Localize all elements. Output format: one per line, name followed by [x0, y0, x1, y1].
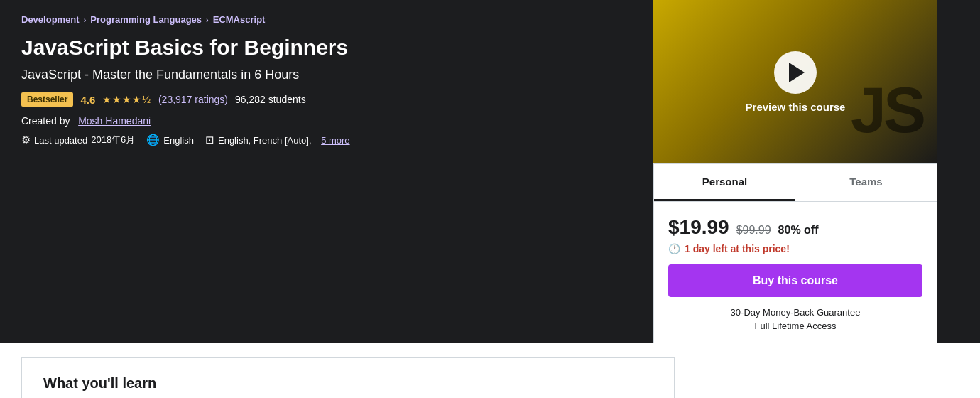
last-updated-label: Last updated	[34, 135, 87, 146]
rating-row: Bestseller 4.6 ★★★★½ (23,917 ratings) 96…	[21, 92, 632, 107]
clock-icon: 🕐	[668, 243, 680, 254]
students-count: 96,282 students	[235, 94, 306, 105]
lifetime-row: Full Lifetime Access	[668, 321, 922, 331]
purchase-panel: Personal Teams $19.99 $99.99 80% off 🕐 1…	[653, 163, 937, 343]
bottom-section: What you'll learn ✓ Understand the funda…	[0, 343, 980, 398]
tab-personal[interactable]: Personal	[654, 164, 795, 201]
settings-icon: ⚙	[21, 134, 31, 146]
breadcrumb-dev[interactable]: Development	[21, 14, 80, 25]
stars: ★★★★½	[102, 94, 151, 105]
course-info: Development › Programming Languages › EC…	[0, 0, 653, 343]
rating-score: 4.6	[80, 94, 95, 106]
breadcrumb-prog[interactable]: Programming Languages	[90, 14, 202, 25]
last-updated-meta: ⚙ Last updated 2018年6月	[21, 134, 135, 146]
discount-text: 80% off	[778, 224, 819, 237]
js-bg-text: JS	[851, 78, 923, 142]
urgency-text: 1 day left at this price!	[685, 243, 790, 254]
globe-icon: 🌐	[146, 134, 160, 146]
creator-row: Created by Mosh Hamedani	[21, 115, 632, 127]
rating-count[interactable]: (23,917 ratings)	[158, 94, 228, 105]
price-row: $19.99 $99.99 80% off	[668, 216, 922, 239]
cc-icon: ⊡	[205, 134, 214, 146]
play-triangle-icon	[789, 63, 805, 82]
guarantee-row: 30-Day Money-Back Guarantee	[668, 307, 922, 318]
breadcrumb-sep1: ›	[84, 16, 87, 24]
breadcrumb-ecma[interactable]: ECMAscript	[213, 14, 266, 25]
learn-title: What you'll learn	[43, 375, 653, 392]
language-value: English	[163, 135, 194, 146]
captions-meta: ⊡ English, French [Auto], 5 more	[205, 134, 350, 146]
current-price: $19.99	[668, 216, 729, 239]
creator-link[interactable]: Mosh Hamedani	[78, 115, 151, 127]
course-title: JavaScript Basics for Beginners	[21, 35, 632, 60]
plan-tabs: Personal Teams	[654, 164, 937, 202]
preview-panel: JS Preview this course Personal Teams $1…	[653, 0, 937, 343]
course-subtitle: JavaScript - Master the Fundamentals in …	[21, 68, 632, 82]
learn-section: What you'll learn ✓ Understand the funda…	[21, 357, 675, 398]
captions-text: English, French [Auto],	[218, 135, 312, 146]
original-price: $99.99	[736, 224, 771, 237]
breadcrumb-sep2: ›	[206, 16, 209, 24]
video-preview[interactable]: JS Preview this course	[653, 0, 937, 163]
creator-label: Created by	[21, 115, 70, 127]
play-button[interactable]	[774, 51, 817, 94]
purchase-content: $19.99 $99.99 80% off 🕐 1 day left at th…	[654, 202, 937, 343]
last-updated-value: 2018年6月	[91, 134, 135, 146]
language-meta: 🌐 English	[146, 134, 194, 146]
breadcrumb: Development › Programming Languages › EC…	[21, 14, 632, 25]
preview-label: Preview this course	[746, 101, 846, 113]
captions-more[interactable]: 5 more	[321, 135, 349, 146]
buy-button[interactable]: Buy this course	[668, 264, 922, 297]
urgency-row: 🕐 1 day left at this price!	[668, 243, 922, 254]
tab-teams[interactable]: Teams	[795, 164, 937, 201]
top-section: Development › Programming Languages › EC…	[0, 0, 980, 343]
meta-row: ⚙ Last updated 2018年6月 🌐 English ⊡ Engli…	[21, 134, 632, 146]
bestseller-badge: Bestseller	[21, 92, 73, 107]
